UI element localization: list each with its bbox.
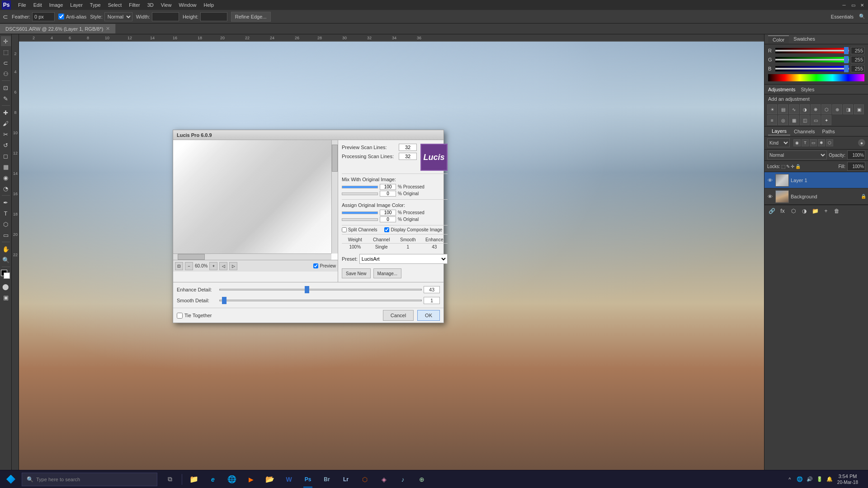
adj-invert[interactable]: ◎ [778,115,788,125]
menu-layer[interactable]: Layer [66,1,86,9]
split-channels-label[interactable]: Split Channels [342,227,377,232]
menu-type[interactable]: Type [86,1,104,9]
minimize-button[interactable]: ─ [840,1,848,9]
healing-brush-tool[interactable]: ✚ [1,108,11,117]
lock-all-icon[interactable]: 🔒 [795,164,801,169]
screen-mode-tool[interactable]: ▣ [1,292,11,302]
taskbar-bridge[interactable]: Br [318,470,336,488]
hand-tool[interactable]: ✋ [1,244,11,254]
processing-scan-lines-input[interactable] [399,153,417,160]
adj-gradient-map[interactable]: ▭ [811,115,821,125]
background-color[interactable] [4,272,10,279]
menu-image[interactable]: Image [46,1,67,9]
taskbar-lightroom[interactable]: Lr [337,470,355,488]
menu-3d[interactable]: 3D [144,1,157,9]
preview-scan-lines-input[interactable] [399,144,417,151]
lock-transparent-icon[interactable]: ⬚ [781,164,785,169]
tab-paths[interactable]: Paths [819,128,839,135]
ok-button[interactable]: OK [417,310,440,321]
path-tool[interactable]: ⬡ [1,219,11,229]
lock-paint-icon[interactable]: ✎ [786,164,790,169]
layer-eye-1[interactable]: 👁 [766,177,774,184]
taskbar-chrome[interactable]: 🌐 [223,470,241,488]
eraser-tool[interactable]: ◻ [1,151,11,161]
menu-view[interactable]: View [157,1,175,9]
layer-item-1[interactable]: 👁 Layer 1 [764,172,868,188]
taskbar-media[interactable]: ▶ [242,470,260,488]
color-b-slider[interactable] [775,66,849,71]
dodge-tool[interactable]: ◔ [1,183,11,193]
adj-levels[interactable]: ▤ [778,104,788,114]
adj-posterize[interactable]: ▦ [789,115,799,125]
enhance-detail-value[interactable] [424,286,440,293]
adj-photo-filter[interactable]: ▣ [854,104,864,114]
layer-group-button[interactable]: 📁 [811,207,820,215]
adj-threshold[interactable]: ◫ [800,115,810,125]
tray-clock[interactable]: 3:54 PM 20-Mar-18 [835,473,860,485]
smooth-detail-slider[interactable] [219,300,422,301]
adj-bw[interactable]: ◨ [843,104,853,114]
antialias-checkbox[interactable] [58,14,64,19]
layers-blend-mode-select[interactable]: Normal [767,150,827,160]
color-r-value[interactable] [851,47,864,54]
taskbar-explorer[interactable]: 📁 [185,470,203,488]
layer-delete-button[interactable]: 🗑 [832,207,841,215]
tab-styles[interactable]: Styles [801,87,815,92]
selection-tool[interactable]: ⬚ [1,47,11,57]
pen-tool[interactable]: ✒ [1,197,11,207]
preset-select[interactable]: LucisArt [359,254,448,264]
display-composite-label[interactable]: Display Composite Image [384,227,442,232]
color-g-slider[interactable] [775,57,849,62]
color-b-value[interactable] [851,65,864,72]
taskbar-word[interactable]: W [280,470,298,488]
adj-color-balance[interactable]: ⊕ [832,104,842,114]
color-spectrum-bar[interactable] [768,74,864,81]
taskbar-app14[interactable]: ⊕ [413,470,431,488]
canvas-viewport[interactable]: 2 4 6 8 10 12 14 16 18 20 22 [12,42,764,478]
scroll-thumb-h[interactable] [178,254,205,260]
smooth-detail-value[interactable] [424,297,440,304]
scroll-thumb-v[interactable] [332,145,338,172]
tie-together-checkbox[interactable] [177,313,183,319]
pan-right-button[interactable]: ▷ [229,262,237,270]
menu-window[interactable]: Window [175,1,200,9]
taskbar-search-box[interactable]: 🔍 Type here to search [22,473,157,486]
save-new-button[interactable]: Save New [342,268,371,278]
taskbar-folder[interactable]: 📂 [261,470,279,488]
move-tool[interactable]: ✛ [1,36,11,46]
lock-move-icon[interactable]: ✛ [791,164,794,169]
tray-battery-icon[interactable]: 🔋 [816,475,824,483]
show-desktop-button[interactable] [862,470,864,488]
taskbar-photoshop[interactable]: Ps [299,470,317,488]
zoom-tool[interactable]: 🔍 [1,255,11,265]
preview-checkbox[interactable] [313,263,318,268]
tab-swatches[interactable]: Swatches [789,35,820,43]
shape-tool[interactable]: ▭ [1,230,11,240]
zoom-fit-button[interactable]: ⊡ [175,262,183,270]
layer-fx-button[interactable]: fx [778,207,787,215]
lasso-tool[interactable]: ⊂ [1,58,11,68]
fill-input[interactable] [847,162,865,171]
menu-help[interactable]: Help [200,1,218,9]
color-r-slider[interactable] [775,48,849,53]
display-composite-checkbox[interactable] [384,227,389,232]
tray-volume-icon[interactable]: 🔊 [806,475,814,483]
zoom-out-button[interactable]: − [185,262,193,270]
adj-curves[interactable]: ∿ [789,104,799,114]
manage-button[interactable]: Manage... [373,268,401,278]
cancel-button[interactable]: Cancel [383,310,414,321]
taskbar-edge[interactable]: e [204,470,222,488]
gradient-tool[interactable]: ▦ [1,162,11,172]
feather-input[interactable] [32,12,55,21]
tab-layers[interactable]: Layers [768,127,790,136]
tray-notification-icon[interactable]: 🔔 [826,475,834,483]
foreground-background-colors[interactable] [1,270,11,280]
layer-item-2[interactable]: 👁 Background 🔒 [764,188,868,205]
layers-kind-select[interactable]: Kind [767,138,790,147]
restore-button[interactable]: ▭ [849,1,857,9]
filter-icon-4[interactable]: ✱ [818,139,825,146]
assign-original-input[interactable] [380,216,396,222]
zoom-in-button[interactable]: + [209,262,217,270]
color-g-value[interactable] [851,56,864,63]
tab-color[interactable]: Color [768,35,789,43]
